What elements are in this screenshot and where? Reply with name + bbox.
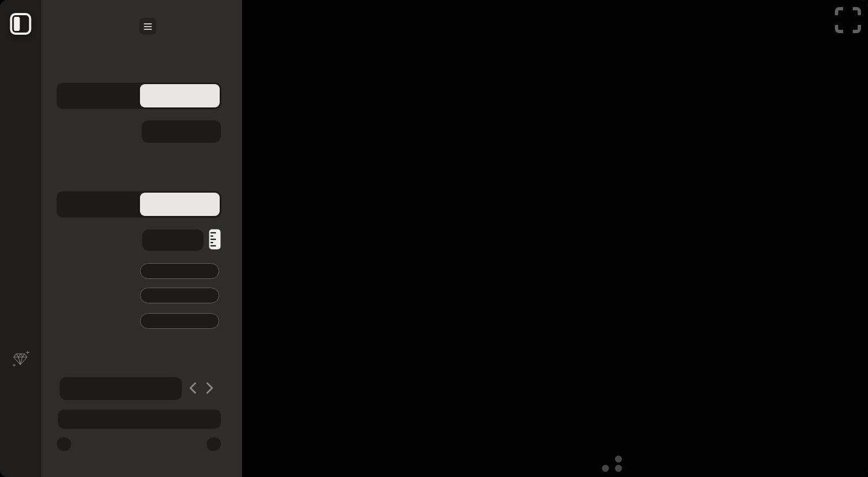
palette-next-button[interactable]: [203, 379, 217, 398]
menu-button[interactable]: [139, 18, 156, 35]
app-window: [0, 0, 868, 477]
fullscreen-button[interactable]: [833, 5, 863, 36]
spectrogram-view: [242, 0, 868, 477]
resize-grip-icon[interactable]: [597, 454, 623, 475]
premium-indicator[interactable]: [0, 351, 41, 369]
sidebar-toggle-icon: [10, 12, 31, 37]
max-freq-value[interactable]: [140, 288, 219, 303]
db-min-value[interactable]: [57, 437, 71, 451]
spectrogram-canvas: [242, 0, 868, 477]
palette-select[interactable]: [60, 377, 182, 400]
menu-icon: [144, 23, 152, 24]
display-mode-static[interactable]: [58, 193, 138, 216]
analysis-mode-classic[interactable]: [58, 84, 138, 107]
gem-icon: [11, 351, 30, 369]
analysis-mode-segmented: [57, 83, 221, 109]
sidebar: [0, 0, 42, 477]
display-mode-segmented: [57, 192, 221, 217]
scale-value[interactable]: [142, 230, 203, 251]
min-freq-value[interactable]: [140, 313, 219, 329]
settings-panel: [41, 0, 238, 477]
ruler-icon: [209, 229, 221, 251]
palette-prev-button[interactable]: [186, 379, 200, 398]
speed-value[interactable]: [140, 263, 219, 279]
fullscreen-icon: [834, 28, 862, 36]
scale-ruler-button[interactable]: [208, 230, 222, 251]
chevron-left-icon: [188, 381, 197, 396]
sidebar-toggle-button[interactable]: [0, 12, 41, 37]
colormap-gradient: [60, 411, 219, 427]
db-max-value[interactable]: [207, 437, 221, 451]
chevron-right-icon: [206, 381, 214, 396]
analysis-mode-enhanced[interactable]: [140, 84, 220, 107]
fft-size-value[interactable]: [142, 120, 221, 143]
colormap-gradient-frame: [58, 410, 221, 429]
freeze-button[interactable]: [0, 47, 41, 75]
display-mode-scroll[interactable]: [140, 193, 220, 216]
